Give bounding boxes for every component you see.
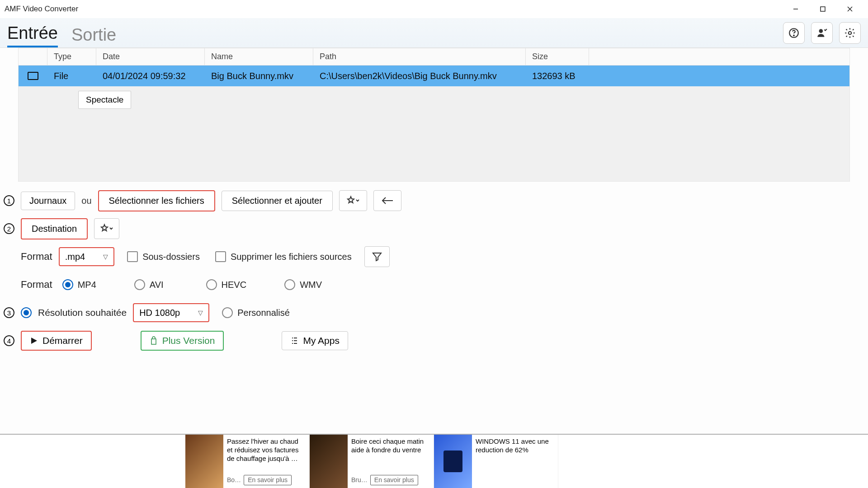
subfolders-checkbox[interactable]: [127, 251, 138, 262]
filter-button[interactable]: [364, 246, 390, 267]
start-button[interactable]: Démarrer: [21, 331, 92, 351]
ad-1-link[interactable]: En savoir plus: [244, 475, 292, 486]
ad-2-image: [310, 435, 348, 488]
chevron-down-icon: ▽: [198, 309, 203, 316]
col-spacer: [589, 48, 849, 65]
svg-point-6: [819, 29, 823, 33]
svg-point-5: [793, 35, 794, 36]
radio-custom[interactable]: [222, 307, 233, 318]
table-header: Type Date Name Path Size: [19, 48, 849, 66]
resolution-value: HD 1080p: [139, 308, 180, 318]
settings-button[interactable]: [839, 22, 861, 44]
format-value: .mp4: [65, 252, 85, 262]
ad-1-src: Bo…: [227, 476, 241, 484]
ad-2[interactable]: Boire ceci chaque matin aide à fondre du…: [310, 435, 434, 488]
favorites-dropdown-2[interactable]: [94, 218, 119, 239]
cell-size: 132693 kB: [526, 71, 589, 81]
spectacle-button[interactable]: Spectacle: [78, 91, 131, 109]
close-button[interactable]: [836, 0, 863, 18]
select-files-button[interactable]: Sélectionner les fichiers: [98, 190, 215, 211]
titlebar: AMF Video Converter: [0, 0, 868, 18]
ad-3[interactable]: WINDOWS 11 avec une reduction de 62%: [434, 435, 558, 488]
window-title: AMF Video Converter: [5, 5, 78, 14]
plus-label: Plus Version: [162, 335, 215, 346]
custom-label: Personnalisé: [237, 308, 290, 318]
my-apps-button[interactable]: My Apps: [282, 331, 348, 350]
step-4-badge: 4: [4, 335, 14, 346]
table-empty: [19, 113, 849, 181]
subfolders-label: Sous-dossiers: [142, 252, 200, 262]
resolution-label: Résolution souhaitée: [38, 307, 127, 318]
myapps-label: My Apps: [303, 335, 340, 346]
back-button[interactable]: [373, 190, 401, 211]
ad-1[interactable]: Passez l'hiver au chaud et réduisez vos …: [185, 435, 310, 488]
topbar: Entrée Sortie: [0, 18, 868, 48]
account-button[interactable]: [811, 22, 833, 44]
journaux-button[interactable]: Journaux: [21, 192, 75, 210]
col-name[interactable]: Name: [205, 48, 313, 65]
or-label: ou: [81, 196, 91, 206]
spectacle-row: Spectacle: [19, 86, 849, 113]
controls-panel: 1 Journaux ou Sélectionner les fichiers …: [0, 182, 868, 352]
start-label: Démarrer: [42, 335, 83, 346]
maximize-button[interactable]: [809, 0, 836, 18]
delete-source-label: Supprimer les fichiers sources: [231, 252, 352, 262]
radio-avi-label: AVI: [150, 280, 164, 290]
col-icon[interactable]: [19, 48, 47, 65]
col-size[interactable]: Size: [526, 48, 589, 65]
ad-3-text: WINDOWS 11 avec une reduction de 62%: [476, 437, 554, 455]
cell-path: C:\Users\ben2k\Videos\Big Buck Bunny.mkv: [313, 71, 526, 81]
col-date[interactable]: Date: [96, 48, 205, 65]
bag-icon: [150, 336, 158, 345]
table-row[interactable]: File 04/01/2024 09:59:32 Big Buck Bunny.…: [19, 66, 849, 86]
cell-name: Big Buck Bunny.mkv: [205, 71, 313, 81]
radio-avi[interactable]: [134, 279, 145, 290]
destination-button[interactable]: Destination: [21, 218, 88, 239]
svg-rect-1: [821, 7, 825, 11]
col-type[interactable]: Type: [47, 48, 96, 65]
tab-output[interactable]: Sortie: [71, 25, 116, 47]
radio-wmv[interactable]: [284, 279, 295, 290]
ad-2-text: Boire ceci chaque matin aide à fondre du…: [351, 437, 430, 455]
ad-1-text: Passez l'hiver au chaud et réduisez vos …: [227, 437, 306, 463]
ad-bar: Passez l'hiver au chaud et réduisez vos …: [0, 434, 868, 488]
list-icon: [290, 337, 298, 345]
step-3-badge: 3: [4, 307, 14, 318]
tab-input[interactable]: Entrée: [7, 23, 58, 47]
minimize-button[interactable]: [782, 0, 809, 18]
ad-2-link[interactable]: En savoir plus: [370, 475, 418, 486]
select-and-add-button[interactable]: Sélectionner et ajouter: [222, 191, 333, 211]
ad-2-src: Bru…: [351, 476, 368, 484]
radio-hevc[interactable]: [206, 279, 217, 290]
step-1-badge: 1: [4, 195, 14, 206]
cell-type: File: [47, 71, 96, 81]
file-icon: [19, 72, 47, 80]
play-icon: [30, 337, 38, 345]
radio-mp4[interactable]: [62, 279, 73, 290]
delete-source-checkbox[interactable]: [215, 251, 226, 262]
radio-wmv-label: WMV: [300, 280, 322, 290]
step-2-badge: 2: [4, 223, 14, 234]
format-select[interactable]: .mp4 ▽: [59, 247, 114, 266]
radio-hevc-label: HEVC: [222, 280, 247, 290]
format2-label: Format: [21, 279, 52, 291]
svg-rect-8: [28, 72, 38, 80]
col-path[interactable]: Path: [313, 48, 526, 65]
radio-resolution[interactable]: [21, 307, 32, 318]
chevron-down-icon: ▽: [103, 253, 108, 260]
file-table: Type Date Name Path Size File 04/01/2024…: [18, 48, 850, 182]
ad-1-image: [185, 435, 223, 488]
format-label: Format: [21, 251, 52, 263]
favorites-dropdown[interactable]: [339, 190, 367, 211]
radio-mp4-label: MP4: [78, 280, 96, 290]
ad-3-image: [434, 435, 472, 488]
cell-date: 04/01/2024 09:59:32: [96, 71, 205, 81]
plus-version-button[interactable]: Plus Version: [141, 331, 224, 351]
resolution-select[interactable]: HD 1080p ▽: [133, 303, 209, 322]
help-button[interactable]: [783, 22, 805, 44]
svg-point-7: [849, 32, 852, 35]
